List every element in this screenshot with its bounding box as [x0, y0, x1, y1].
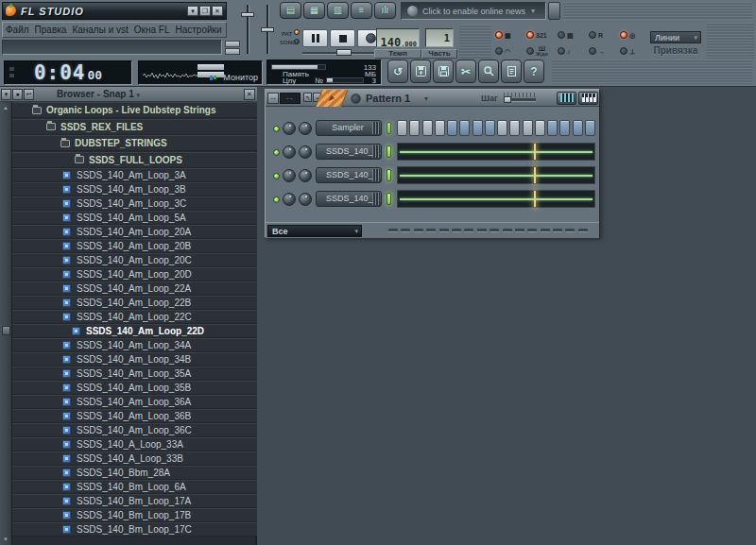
step-jump-led-button[interactable]: → [589, 44, 605, 58]
chevron-down-icon[interactable]: ▾ [531, 7, 535, 15]
rollup-button[interactable]: ▾ [187, 6, 198, 16]
file-item[interactable]: SSDS_140_Am_Loop_22D [12, 324, 257, 338]
channel-enable-led[interactable] [273, 149, 280, 156]
file-item[interactable]: SSDS_140_Am_Loop_20C [12, 253, 257, 267]
file-item[interactable]: SSDS_140_Am_Loop_20B [12, 239, 257, 253]
channel-volume-knob[interactable] [299, 145, 312, 159]
hint-bar-button[interactable] [225, 41, 240, 47]
keyboard-editor-button[interactable] [578, 92, 598, 105]
file-item[interactable]: SSDS_140_Bbm_28A [12, 466, 257, 480]
pat-led[interactable] [294, 29, 300, 35]
menu-item[interactable]: Инст-ты [225, 25, 227, 35]
channel-pan-knob[interactable] [283, 169, 296, 182]
title-bar[interactable]: FL STUDIO ▾ ❐ ✕ [2, 2, 227, 20]
pattern-title[interactable]: Pattern 1 [366, 93, 410, 104]
countdown-led-button[interactable]: 321 [526, 28, 547, 42]
save-new-button[interactable] [410, 60, 431, 83]
maximize-button[interactable]: ❐ [199, 6, 211, 16]
monitor-panel[interactable]: Монитор [138, 60, 263, 85]
step-cell[interactable] [585, 120, 595, 136]
online-news-panel[interactable]: Click to enable online news ▾ [401, 2, 546, 20]
channel-volume-knob[interactable] [299, 169, 312, 182]
file-item[interactable]: SSDS_140_Am_Loop_36B [12, 409, 257, 423]
pattern-selector-icon[interactable] [351, 94, 361, 104]
file-item[interactable]: SSDS_140_A_Loop_33A [12, 437, 257, 451]
tree-folder[interactable]: SSDS_REX_FILES [12, 119, 257, 135]
channel-pan-knob[interactable] [283, 145, 296, 159]
step-cell[interactable] [447, 120, 457, 136]
master-pitch-slider[interactable] [261, 27, 274, 32]
step-sequencer-button[interactable]: ▦ [303, 2, 325, 19]
playlist-button[interactable]: ▤ [280, 2, 301, 19]
step-cell[interactable] [535, 120, 545, 136]
file-item[interactable]: SSDS_140_Am_Loop_22C [12, 310, 257, 324]
step-cell[interactable] [523, 120, 533, 136]
step-cell[interactable] [459, 120, 470, 136]
resize-icon[interactable]: ↔ [267, 93, 279, 104]
waveform-preview[interactable] [397, 190, 595, 208]
channel-enable-led[interactable] [273, 126, 280, 132]
step-edit-led-button[interactable]: ▦ [495, 28, 511, 42]
channel-volume-knob[interactable] [299, 122, 312, 135]
file-item[interactable]: SSDS_140_Am_Loop_20A [12, 225, 257, 239]
channel-enable-led[interactable] [273, 196, 280, 203]
metronome-led-button[interactable]: ◠ [495, 44, 510, 58]
scroll-up-icon[interactable]: ▲ [3, 105, 9, 111]
undo-button[interactable]: ↺ [387, 60, 408, 83]
browser-back-button[interactable]: ↩ [24, 89, 34, 100]
piano-roll-button[interactable]: ▥ [327, 2, 349, 19]
zoom-button[interactable] [478, 60, 499, 83]
punch-record-led-button[interactable]: ⊥ [620, 44, 635, 58]
step-cell[interactable] [472, 120, 483, 136]
hint-bar-button[interactable] [225, 48, 240, 55]
step-cell[interactable] [435, 120, 445, 136]
graph-editor-button[interactable] [557, 92, 576, 105]
channel-rack-titlebar[interactable]: ↔ -- ↰ ▪ Pattern 1 ▾ Шаг [266, 90, 599, 107]
wait-for-input-led-button[interactable]: ШЖди [526, 44, 548, 58]
snap-dropdown[interactable]: Линии ▾ [650, 31, 701, 43]
step-cell[interactable] [409, 120, 420, 136]
channel-enable-led[interactable] [273, 173, 280, 179]
file-item[interactable]: SSDS_140_Bm_Loop_17B [12, 508, 257, 522]
menu-item[interactable]: Файл [3, 25, 32, 35]
tree-folder[interactable]: DUBSTEP_STRINGS [12, 135, 257, 151]
time-display[interactable]: 0:04 00 [4, 60, 132, 85]
file-item[interactable]: SSDS_140_Am_Loop_22A [12, 281, 257, 296]
file-item[interactable]: SSDS_140_Am_Loop_36C [12, 423, 257, 437]
tree-folder[interactable]: Organic Loops - Live Dubstep Strings [12, 102, 257, 118]
typing-to-piano-led-button[interactable]: ♪ [558, 44, 571, 58]
browser-view-button[interactable]: ≡ [351, 2, 372, 19]
step-cell[interactable] [422, 120, 433, 136]
file-item[interactable]: SSDS_140_Am_Loop_34A [12, 338, 257, 352]
menu-item[interactable]: Окна FL [131, 25, 173, 35]
channel-pan-knob[interactable] [283, 193, 296, 206]
chevron-down-icon[interactable]: ▾ [424, 94, 428, 103]
save-button[interactable] [433, 60, 454, 83]
menu-item[interactable]: Настройки [172, 25, 224, 35]
channel-filter-dropdown[interactable]: Все ▾ [267, 225, 362, 237]
cut-button[interactable]: ✂ [455, 60, 476, 83]
waveform-preview[interactable] [397, 166, 595, 184]
notes-button[interactable] [501, 60, 522, 83]
file-item[interactable]: SSDS_140_Am_Loop_22B [12, 296, 257, 310]
channel-select-indicator[interactable] [387, 193, 391, 205]
file-item[interactable]: SSDS_140_Bm_Loop_17A [12, 494, 257, 508]
part-display[interactable]: 1 [425, 28, 454, 47]
browser-close-button[interactable]: ✕ [244, 89, 255, 100]
step-cell[interactable] [397, 120, 407, 136]
channel-button[interactable]: SSDS_140_A... [316, 167, 382, 183]
mixer-button[interactable]: ılı [374, 2, 396, 19]
menu-item[interactable]: Каналы и vst [69, 25, 130, 35]
file-item[interactable]: SSDS_140_Am_Loop_5A [12, 211, 257, 225]
file-item[interactable]: SSDS_140_Am_Loop_34B [12, 352, 257, 366]
menu-item[interactable]: Правка [32, 25, 70, 35]
song-led[interactable] [294, 39, 300, 44]
file-item[interactable]: SSDS_140_A_Loop_33B [12, 451, 257, 466]
step-cell[interactable] [573, 120, 583, 136]
file-item[interactable]: SSDS_140_Am_Loop_36A [12, 395, 257, 409]
tree-folder[interactable]: SSDS_FULL_LOOPS [12, 152, 257, 168]
channel-button[interactable]: Sampler [316, 120, 382, 136]
channel-select-indicator[interactable] [387, 145, 391, 158]
file-item[interactable]: SSDS_140_Am_Loop_3A [12, 168, 257, 182]
browser-collapse-button[interactable]: ▾ [1, 89, 11, 100]
